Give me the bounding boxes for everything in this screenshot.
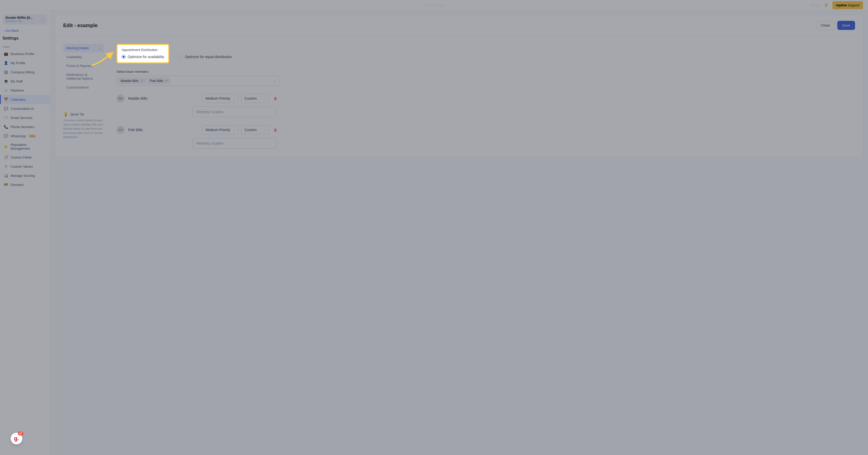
sidebar-item-phone-numbers[interactable]: 📞Phone Numbers [0,122,50,131]
sidebar-icon: 💬 [4,134,8,138]
chip-poki-billo: Poki Billo✕ [148,77,170,84]
quick-tip-body: To ensure uninterrupted access, add a cu… [63,118,104,139]
panel-nav-notifications-additional-options[interactable]: Notifications & Additional Options [63,70,104,83]
sidebar-item-label: Custom Fields [11,156,32,159]
sidebar-item-label: Company Billing [11,70,34,74]
member-row: POPoki BilloMedium Priority⌄Custom⌄🗑 [117,125,279,134]
sidebar: Dunder Mifflin [D... Scranton, PA ⌄ ‹ Go… [0,10,50,455]
radio-checked-icon [122,55,126,59]
sidebar-item-business-profile[interactable]: 💼Business Profile [0,49,50,58]
radio-optimize-equal[interactable]: Optimize for equal distribution [179,55,232,63]
sidebar-icon: 📝 [4,155,8,160]
sidebar-item-label: Pipelines [11,89,24,92]
highlighted-section: Appointment Distribution Optimize for av… [117,44,169,63]
page-header: Edit - example Close Save [55,15,863,36]
sidebar-icon: 📞 [4,125,8,129]
sidebar-item-whatsapp[interactable]: 💬WhatsAppbeta [0,131,50,140]
priority-select[interactable]: Medium Priority⌄ [202,125,238,134]
sidebar-item-reputation-management[interactable]: ⭐Reputation Management [0,140,50,153]
team-members-input[interactable]: Maddie Billo✕Poki Billo✕ ⌄ [117,75,279,86]
chevron-down-icon[interactable]: ⌄ [273,78,276,83]
sidebar-item-label: WhatsApp [11,134,26,138]
sidebar-icon: 💼 [4,52,8,56]
workspace-name: Dunder Mifflin [D... [6,16,33,20]
sidebar-item-domains[interactable]: 💳Domains [0,180,50,189]
sidebar-icon: 💬 [4,106,8,111]
fab-badge: 47 [18,432,23,435]
bulb-icon: 💡 [63,112,68,117]
sidebar-item-company-billing[interactable]: 🏢Company Billing [0,67,50,76]
annotation-arrow [89,46,117,67]
go-back-link[interactable]: ‹ Go Back [0,28,50,36]
content-area: Edit - example Close Save Meeting Detail… [50,10,868,455]
sidebar-item-label: My Staff [11,79,23,83]
distribution-label: Appointment Distribution [122,48,164,52]
chevron-down-icon: ⌄ [233,128,235,132]
sidebar-icon: 💻 [4,79,8,84]
trash-icon[interactable]: 🗑 [272,126,279,134]
radio-optimize-availability[interactable]: Optimize for availability [122,55,164,59]
close-icon[interactable]: ✕ [140,79,144,83]
chevron-down-icon: ⌄ [264,97,266,100]
badge-beta: beta [28,134,36,138]
avatar: PO [117,126,125,134]
sidebar-item-email-services[interactable]: ✉️Email Services [0,113,50,122]
sidebar-item-calendars[interactable]: 📅Calendars [0,95,50,104]
settings-heading: Settings [0,36,50,43]
sidebar-icon: 📅 [4,97,8,102]
sidebar-icon: ⚙ [4,164,8,169]
close-button[interactable]: Close [816,21,835,30]
sidebar-icon: 🏢 [4,70,8,74]
priority-select[interactable]: Medium Priority⌄ [202,94,238,103]
sidebar-icon: ⭐ [4,144,8,149]
panel-nav-customizations[interactable]: Customizations [63,83,104,92]
sidebar-item-label: Business Profile [11,52,34,56]
select-team-label: Select team members [117,70,279,73]
sidebar-item-custom-values[interactable]: ⚙Custom Values [0,162,50,171]
quick-tip: 💡 Quick Tip To ensure uninterrupted acce… [63,112,104,139]
sidebar-icon: ✉️ [4,116,8,120]
member-name: Maddie Billo [128,96,199,100]
sidebar-item-label: Reputation Management [11,143,46,151]
top-bar: ▢ ▢ ▢ ▢ ▢ ▢▢ ▢ ⚡ topline Support [0,0,868,10]
sidebar-icon: 👤 [4,61,8,65]
sidebar-item-my-profile[interactable]: 👤My Profile [0,58,50,67]
member-row: MAMaddie BilloMedium Priority⌄Custom⌄🗑 [117,94,279,103]
sidebar-item-conversation-ai[interactable]: 💬Conversation AI [0,104,50,113]
quick-tip-title: Quick Tip [70,112,84,116]
meeting-location-input[interactable]: Meeting Location [193,106,276,117]
sidebar-item-manage-scoring[interactable]: 📊Manage Scoring [0,171,50,180]
panel-main: Appointment Distribution Optimize for av… [117,44,279,149]
sidebar-item-label: Domains [11,183,24,187]
sidebar-icon: 💳 [4,182,8,187]
top-bar-center-text: ▢ ▢ ▢ ▢ ▢ [425,3,443,7]
chip-maddie-billo: Maddie Billo✕ [118,77,146,84]
sidebar-item-label: Calendars [11,98,26,101]
radio-unchecked-icon [179,55,183,59]
fab-button[interactable]: g. 47 [11,433,22,444]
support-button[interactable]: topline Support [833,1,863,9]
member-name: Poki Billo [128,128,199,132]
sidebar-item-custom-fields[interactable]: 📝Custom Fields [0,153,50,162]
sidebar-item-label: Phone Numbers [11,125,34,129]
sidebar-item-my-staff[interactable]: 💻My Staff [0,76,50,86]
trash-icon[interactable]: 🗑 [272,95,279,102]
top-bar-nums: ▢▢ ▢ [810,3,820,7]
save-button[interactable]: Save [837,21,855,30]
workspace-location: Scranton, PA [6,20,33,23]
config-select[interactable]: Custom⌄ [241,94,269,103]
sidebar-item-label: Custom Values [11,165,33,168]
avatar: MA [117,94,125,102]
close-icon[interactable]: ✕ [165,79,168,83]
meeting-location-input[interactable]: Meeting Location [193,138,276,149]
config-select[interactable]: Custom⌄ [241,125,269,134]
chevron-down-icon: ⌄ [41,17,44,21]
sidebar-item-pipelines[interactable]: 🗂Pipelines [0,86,50,95]
workspace-select[interactable]: Dunder Mifflin [D... Scranton, PA ⌄ [3,14,47,25]
chevron-left-icon: ‹ [4,29,5,32]
page-title: Edit - example [63,23,98,28]
sidebar-item-label: My Profile [11,61,25,65]
section-label-apps: Apps [0,43,50,49]
bolt-icon[interactable]: ⚡ [823,2,829,8]
sidebar-icon: 📊 [4,173,8,178]
